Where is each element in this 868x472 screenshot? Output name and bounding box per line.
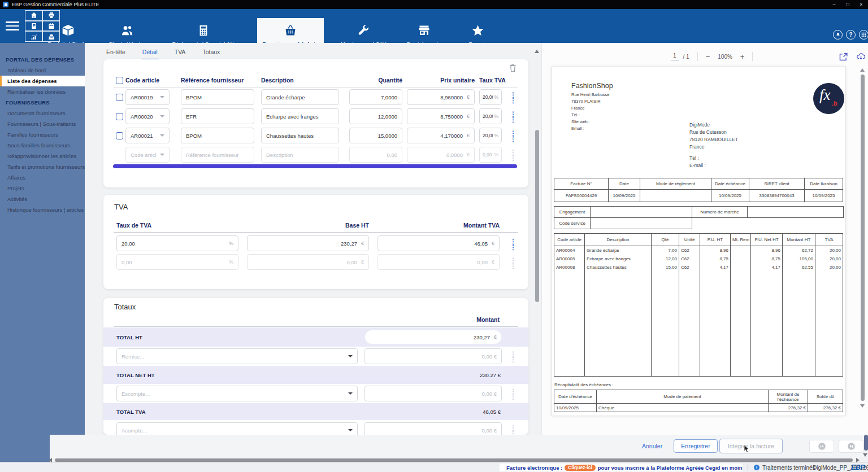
first-record-button[interactable]: [809, 440, 834, 453]
pdf-scroll-down-arrow[interactable]: [860, 404, 865, 408]
remise-value-input[interactable]: 0,00 €: [364, 348, 502, 364]
row-checkbox[interactable]: [116, 94, 123, 101]
outer-scroll-down-arrow[interactable]: [863, 453, 867, 457]
tab-tva[interactable]: TVA: [173, 46, 187, 60]
montant-tva-input-empty[interactable]: 0,00€: [377, 254, 500, 270]
hscroll-right-arrow[interactable]: [856, 458, 860, 462]
row-menu-icon[interactable]: ⋮⋮: [510, 130, 517, 142]
row-menu-icon[interactable]: ⋮⋮: [510, 239, 517, 250]
hscrollbar-thumb[interactable]: [55, 458, 853, 462]
sidebar-item-sous-familles[interactable]: Sous-familles fournisseurs: [0, 140, 85, 151]
acompte-select[interactable]: Acompte...: [116, 422, 358, 435]
row-menu-icon[interactable]: ⋮⋮: [510, 111, 517, 123]
row-menu-icon[interactable]: ⋮⋮: [510, 351, 517, 362]
sidebar-item-familles-fournisseurs[interactable]: Familles fournisseurs: [0, 129, 85, 140]
select-all-checkbox[interactable]: [116, 77, 123, 84]
scroll-up-arrow[interactable]: [535, 50, 539, 53]
prix-unitaire-input[interactable]: 8,960000€: [407, 89, 475, 105]
reference-input[interactable]: EFR: [181, 108, 254, 124]
sidebar-item-reinitialiser[interactable]: Réinitialiser les données: [0, 86, 85, 97]
zoom-in-button[interactable]: +: [740, 53, 745, 61]
montant-tva-input[interactable]: 46,05€: [377, 235, 500, 251]
horizontal-scrollbar-thumb[interactable]: [113, 164, 517, 168]
base-ht-input[interactable]: 230,27€: [247, 235, 369, 251]
integrate-invoice-button[interactable]: Intégrer la facture: [719, 439, 783, 453]
page-number-input[interactable]: 1: [671, 53, 679, 60]
sidebar-item-projets[interactable]: Projets: [0, 183, 85, 194]
base-ht-input-empty[interactable]: 0,00€: [247, 254, 369, 270]
row-menu-icon[interactable]: ⋮⋮: [510, 388, 517, 400]
outer-vscrollbar-thumb[interactable]: [864, 435, 868, 451]
quantite-input[interactable]: 7,0000: [349, 89, 402, 105]
taux-tva-input[interactable]: 20,00%: [479, 128, 502, 143]
sidebar-item-documents-fournisseurs[interactable]: Documents fournisseurs: [0, 108, 85, 119]
hscroll-left-arrow[interactable]: [49, 458, 52, 462]
chevron-down-icon: [160, 96, 164, 98]
code-article-select-empty[interactable]: Code article: [125, 147, 170, 163]
sidebar-item-activites[interactable]: Activités: [0, 194, 85, 204]
reference-input[interactable]: BPOM: [181, 89, 254, 105]
apps-grid-icon[interactable]: [859, 30, 868, 40]
sidebar-item-tableau-de-bord[interactable]: Tableau de bord: [0, 65, 85, 76]
cancel-button[interactable]: Annuler: [642, 443, 662, 449]
last-record-button[interactable]: [839, 440, 863, 453]
escompte-value-input[interactable]: 0,00 €: [364, 386, 502, 401]
taux-tva-rate-input[interactable]: 20,00%: [116, 235, 238, 251]
row-menu-icon[interactable]: ⋮⋮: [510, 257, 517, 269]
tab-en-tete[interactable]: En-tête: [105, 46, 127, 60]
row-checkbox[interactable]: [116, 132, 123, 139]
prix-unitaire-input[interactable]: 4,170000€: [407, 128, 475, 143]
reference-input-empty[interactable]: Référence fournisseur: [181, 147, 254, 163]
cliquez-ici-link[interactable]: Cliquez-ici: [565, 465, 596, 471]
total-ht-value[interactable]: 230,27€: [364, 330, 502, 344]
row-menu-icon[interactable]: ⋮⋮: [510, 150, 517, 161]
prix-unitaire-input[interactable]: 8,750000€: [407, 108, 475, 124]
delete-row-icon[interactable]: [509, 64, 517, 72]
sidebar-item-fournisseurs-soustraitants[interactable]: Fournisseurs | Sous-traitants: [0, 119, 85, 129]
code-article-select[interactable]: AR00019: [125, 89, 170, 105]
escompte-select[interactable]: Escompte...: [116, 386, 358, 401]
description-input[interactable]: Echarpe avec franges: [261, 108, 339, 124]
sidebar-item-liste-des-depenses[interactable]: Liste des dépenses: [0, 76, 85, 86]
description-input-empty[interactable]: Description: [261, 147, 339, 163]
open-external-icon[interactable]: [839, 52, 848, 62]
tab-detail[interactable]: Détail: [141, 46, 159, 60]
sidebar-item-historique[interactable]: Historique fournisseurs | articles: [0, 204, 85, 215]
minimize-button[interactable]: –: [827, 2, 841, 7]
help-icon[interactable]: ?: [846, 30, 856, 40]
download-cloud-icon[interactable]: [856, 52, 866, 62]
hamburger-menu-icon[interactable]: [6, 21, 19, 30]
row-checkbox[interactable]: [116, 113, 123, 120]
notifications-bell-icon[interactable]: [833, 30, 843, 40]
taux-tva-input[interactable]: 20,00%: [479, 108, 502, 124]
code-article-select[interactable]: AR00021: [125, 128, 170, 143]
zoom-out-button[interactable]: −: [706, 53, 710, 61]
tab-totaux[interactable]: Totaux: [201, 46, 221, 60]
row-menu-icon[interactable]: ⋮⋮: [510, 92, 517, 103]
pdf-scrollbar-thumb[interactable]: [861, 75, 865, 401]
vertical-scrollbar-thumb[interactable]: [535, 130, 539, 302]
pdf-scroll-up-arrow[interactable]: [860, 68, 865, 72]
sidebar-item-affaires[interactable]: Affaires: [0, 172, 85, 183]
quantite-input[interactable]: 15,0000: [349, 128, 402, 143]
sidebar-item-reapprovisionner[interactable]: Réapprovisionner les articles: [0, 151, 85, 161]
maximize-button[interactable]: □: [841, 2, 854, 7]
description-input[interactable]: Chaussettes hautes: [261, 128, 339, 143]
description-input[interactable]: Grande écharpe: [261, 89, 339, 105]
taux-tva-input-empty[interactable]: 0,00%: [479, 147, 502, 163]
remise-select[interactable]: Remise...: [116, 348, 358, 364]
total-tva-row: TOTAL TVA 46,05 €: [103, 403, 528, 420]
close-button[interactable]: ×: [854, 2, 868, 7]
taux-tva-rate-input-empty[interactable]: 0,00%: [116, 254, 238, 270]
code-article-select[interactable]: AR00020: [125, 108, 170, 124]
prix-unitaire-input-empty[interactable]: 0,0000€: [407, 147, 475, 163]
reference-input[interactable]: BPOM: [181, 128, 254, 143]
sidebar-section-fournisseurs: FOURNISSEURS: [0, 97, 85, 108]
save-button[interactable]: Enregistrer: [674, 439, 718, 453]
quantite-input-empty[interactable]: 0,00: [349, 147, 402, 163]
row-menu-icon[interactable]: ⋮⋮: [510, 425, 517, 435]
quantite-input[interactable]: 12,0000: [349, 108, 402, 124]
sidebar-item-tarifs-promotions[interactable]: Tarifs et promotions fournisseurs: [0, 161, 85, 172]
acompte-value-input[interactable]: 0,00 €: [364, 422, 502, 435]
taux-tva-input[interactable]: 20,00%: [479, 89, 502, 105]
